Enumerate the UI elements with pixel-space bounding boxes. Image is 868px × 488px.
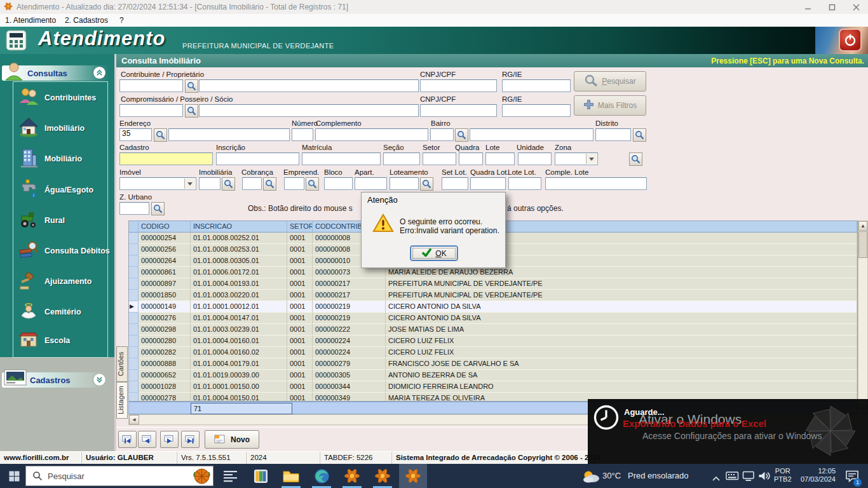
endereco-codigo-input[interactable]: 35 [119, 128, 152, 141]
table-row[interactable]: 00000028201.01.0004.00160.02000100000022… [129, 347, 857, 358]
ok-button[interactable]: OK [410, 246, 458, 261]
chevron-down-icon[interactable] [93, 374, 105, 386]
scroll-left-button[interactable]: ◄ [129, 415, 139, 424]
weather-desc[interactable]: Pred ensolarado [628, 471, 688, 480]
next-record-button[interactable] [160, 431, 179, 448]
sidebar-item-rural[interactable]: Rural [18, 210, 102, 231]
taskbar-app-tools[interactable] [247, 464, 275, 488]
cobranca-input[interactable] [242, 177, 262, 190]
compromissario-cnpj-input[interactable] [420, 104, 497, 117]
zurbano-input[interactable] [119, 202, 149, 215]
distrito-search-button[interactable] [633, 128, 646, 142]
bairro-search-button[interactable] [455, 128, 468, 142]
search-input[interactable]: Pesquisar [25, 466, 214, 486]
taskbar-file-explorer[interactable] [277, 464, 305, 488]
sidebar-item-contribuintes[interactable]: Contribuintes [18, 87, 102, 109]
compromissario-codigo-input[interactable] [119, 104, 183, 117]
imovel-input[interactable] [119, 177, 196, 190]
weather-temp[interactable]: 30°C [602, 471, 621, 480]
sidebar-section-consultas[interactable]: Consultas [2, 65, 109, 81]
quadralot-input[interactable] [470, 177, 506, 190]
endereco-search-button[interactable] [154, 128, 167, 142]
tab-cartoes[interactable]: Cartões [116, 346, 128, 382]
clock[interactable]: 12:0507/03/2024 [797, 467, 836, 484]
contribuinte-rg-input[interactable] [502, 79, 571, 92]
sidebar-item-agua-esgoto[interactable]: Água/Esgoto [18, 179, 102, 201]
imobiliaria-input[interactable] [199, 177, 220, 190]
taskbar-edge[interactable] [308, 464, 336, 488]
table-row[interactable]: 00000089701.01.0004.00193.01000100000021… [129, 278, 857, 290]
table-row[interactable]: 00000185001.01.0003.00220.01000100000021… [129, 290, 857, 301]
lote-input[interactable] [485, 152, 515, 165]
imobiliaria-search-button[interactable] [222, 177, 235, 191]
zona-search-button[interactable] [629, 152, 642, 166]
novo-button[interactable]: Novo [205, 430, 259, 449]
sidebar-item-ajuizamento[interactable]: Ajuizamento [18, 271, 102, 292]
compromissario-search-button[interactable] [185, 104, 198, 118]
loteamento-input[interactable] [390, 177, 419, 190]
table-row[interactable]: 00000065201.01.0019.00039.00000100000030… [129, 370, 857, 381]
contribuinte-search-button[interactable] [185, 79, 198, 93]
notification-center-icon[interactable]: 1 [845, 470, 859, 485]
sidebar-item-imobiliario[interactable]: Imobiliário [18, 118, 102, 139]
taskbar-fiorilli-2[interactable] [369, 464, 397, 488]
speaker-icon[interactable] [758, 471, 770, 484]
touch-keyboard-icon[interactable] [726, 470, 739, 484]
language-indicator[interactable]: PORPTB2 [774, 467, 792, 484]
sidebar-section-cadastros[interactable]: Cadastros [2, 372, 109, 388]
previous-record-button[interactable] [138, 431, 156, 448]
close-button[interactable] [845, 1, 867, 13]
table-row[interactable]: 00000027601.01.0004.00147.01000100000021… [129, 313, 857, 324]
lotelot-input[interactable] [508, 177, 541, 190]
apart-input[interactable] [355, 177, 387, 190]
taskbar-fiorilli-active[interactable] [399, 464, 427, 488]
table-row[interactable]: ▶00000014901.01.0001.00012.0100010000002… [129, 301, 857, 313]
tray-chevron-up-icon[interactable] [712, 473, 721, 484]
menu-item-1[interactable]: 1. Atendimento [5, 16, 56, 25]
setor-input[interactable] [423, 152, 456, 165]
bloco-input[interactable] [324, 177, 353, 190]
column-header-1[interactable]: INSCRICAO [191, 221, 287, 233]
mais-filtros-button[interactable]: Mais Filtros [574, 95, 646, 116]
empreend-input[interactable] [284, 177, 304, 190]
tab-listagem[interactable]: Listagem [116, 382, 128, 419]
loteamento-search-button[interactable] [420, 177, 433, 191]
chevron-up-icon[interactable] [93, 67, 105, 79]
cobranca-search-button[interactable] [263, 177, 276, 191]
complelote-input[interactable] [545, 177, 647, 190]
sidebar-item-consulta-debitos[interactable]: Consulta Débitos [18, 240, 102, 262]
menu-item-3[interactable]: ? [119, 16, 124, 25]
daily-ball-icon[interactable] [193, 468, 210, 485]
sidebar-item-mobiliario[interactable]: Mobiliário [18, 148, 102, 170]
network-icon[interactable] [742, 470, 755, 484]
power-icon[interactable] [839, 29, 862, 51]
bairro-nome-input[interactable] [470, 128, 593, 141]
vertical-scrollbar[interactable]: ▲ ▼ [858, 220, 868, 414]
contribuinte-nome-input[interactable] [199, 79, 419, 92]
scroll-up-button[interactable]: ▲ [858, 221, 867, 231]
start-button[interactable] [0, 464, 28, 488]
numero-input[interactable] [292, 128, 313, 141]
compromissario-rg-input[interactable] [502, 104, 571, 117]
contribuinte-codigo-input[interactable] [119, 79, 183, 92]
weather-icon[interactable] [582, 470, 601, 486]
compromissario-nome-input[interactable] [199, 104, 419, 117]
bairro-codigo-input[interactable] [430, 128, 454, 141]
zona-input[interactable] [555, 152, 598, 165]
table-row[interactable]: 00000086101.01.0006.00172.01000100000007… [129, 267, 857, 278]
first-record-button[interactable] [118, 431, 137, 448]
cadastro-input[interactable] [119, 152, 213, 165]
column-header-0[interactable]: CODIGO [139, 221, 191, 233]
column-header-2[interactable]: SETOR [287, 221, 313, 233]
sidebar-item-cemiterio[interactable]: Cemitério [18, 301, 102, 323]
endereco-nome-input[interactable] [168, 128, 290, 141]
table-row[interactable]: 00000029801.01.0003.00239.01000100000022… [129, 324, 857, 336]
matricula-input[interactable] [302, 152, 381, 165]
table-row[interactable]: 00000088801.01.0004.00179.01000100000027… [129, 358, 857, 370]
unidade-input[interactable] [518, 152, 552, 165]
inscricao-input[interactable] [216, 152, 299, 165]
imovel-dropdown-arrow[interactable] [184, 179, 195, 189]
table-row[interactable]: 00000028001.01.0004.00160.01000100000022… [129, 336, 857, 347]
vertical-scroll-thumb[interactable] [858, 231, 867, 258]
menu-item-2[interactable]: 2. Cadastros [65, 16, 108, 25]
